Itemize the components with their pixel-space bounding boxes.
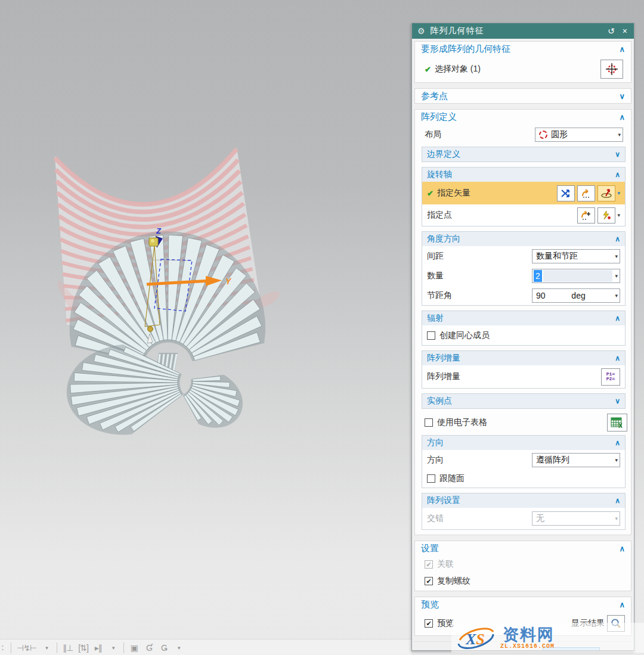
chevron-up-icon[interactable]: ∧ bbox=[615, 170, 620, 179]
layout-dropdown[interactable]: 圆形 ▾ bbox=[535, 128, 623, 142]
subsection-header-orientation[interactable]: 方向 ∧ bbox=[422, 436, 625, 450]
select-object-label: 选择对象 (1) bbox=[435, 64, 481, 74]
orientation-dropdown[interactable]: 遵循阵列 ▾ bbox=[532, 453, 620, 467]
chevron-up-icon[interactable]: ∧ bbox=[619, 113, 625, 122]
dropdown-caret-icon[interactable]: ▾ bbox=[612, 273, 618, 279]
section-title: 设置 bbox=[421, 543, 439, 554]
measure-caret-icon[interactable]: ▾ bbox=[42, 645, 51, 651]
select-object-button[interactable] bbox=[600, 60, 623, 79]
subsection-header-boundary[interactable]: 边界定义 ∨ bbox=[422, 147, 625, 162]
count-row: 数量 2 ▾ bbox=[422, 266, 625, 285]
section-header-pattern-definition[interactable]: 阵列定义 ∧ bbox=[415, 110, 631, 124]
subsection-header-instance-points[interactable]: 实例点 ∨ bbox=[422, 394, 625, 408]
subsection-title: 旋转轴 bbox=[427, 169, 452, 180]
gear-icon: ⚙ bbox=[417, 26, 425, 36]
specify-vector-label: 指定矢量 bbox=[437, 188, 470, 198]
point-dialog-button[interactable] bbox=[577, 207, 595, 223]
copy-threads-row: 复制螺纹 bbox=[415, 572, 631, 591]
group-settings: 设置 ∧ 关联 复制螺纹 bbox=[414, 541, 631, 591]
overflow-partial-icon[interactable]: ∷ bbox=[0, 643, 5, 653]
dropdown-caret-icon[interactable]: ▾ bbox=[612, 293, 618, 299]
select-object-row: ✔ 选择对象 (1) bbox=[415, 56, 631, 82]
vector-dialog-button[interactable] bbox=[557, 185, 575, 201]
specify-point-row[interactable]: 指定点 ▾ bbox=[422, 204, 625, 226]
use-spreadsheet-checkbox[interactable] bbox=[425, 418, 433, 427]
trim-caret-icon[interactable]: ▾ bbox=[109, 645, 118, 651]
quick-trim-icon[interactable]: ▸∥ bbox=[94, 643, 103, 653]
vector-method-button[interactable] bbox=[597, 185, 615, 201]
vector-constructor-button[interactable] bbox=[577, 185, 595, 201]
associative-label: 关联 bbox=[437, 559, 454, 570]
chevron-up-icon[interactable]: ∧ bbox=[619, 600, 625, 609]
pattern-increment-row: 阵列增量 P1= P2= bbox=[422, 365, 625, 388]
bent-arrow-icon bbox=[581, 188, 592, 198]
follow-face-checkbox[interactable] bbox=[427, 474, 435, 483]
subsection-title: 阵列设置 bbox=[427, 495, 460, 506]
chevron-up-icon[interactable]: ∧ bbox=[615, 496, 620, 505]
pattern-increment-label: 阵列增量 bbox=[427, 371, 460, 382]
section-header-reference-point[interactable]: 参考点 ∨ bbox=[415, 89, 631, 103]
spreadsheet-button[interactable]: X bbox=[607, 414, 627, 432]
bent-arrow-plus-icon bbox=[581, 210, 592, 220]
chevron-down-icon[interactable]: ∨ bbox=[619, 92, 625, 101]
associative-checkbox bbox=[425, 560, 433, 569]
chevron-up-icon[interactable]: ∧ bbox=[615, 314, 620, 322]
chevron-up-icon[interactable]: ∧ bbox=[615, 439, 620, 447]
subsection-header-pattern-settings[interactable]: 阵列设置 ∧ bbox=[422, 493, 625, 508]
count-value-selected: 2 bbox=[534, 270, 542, 282]
toolbar-separator bbox=[123, 642, 124, 653]
pattern-geometry-feature-dialog: ⚙ 阵列几何特征 ↺ × 要形成阵列的几何特征 ∧ ✔ 选择对象 (1) bbox=[411, 23, 634, 651]
constraint-parallel-perpendicular-icon[interactable]: ∥⊥ bbox=[63, 643, 73, 653]
pitch-angle-value: 90 bbox=[536, 291, 546, 300]
specify-vector-row[interactable]: ✔ 指定矢量 bbox=[422, 182, 625, 204]
pitch-angle-unit: deg bbox=[571, 291, 586, 300]
close-button[interactable]: × bbox=[621, 26, 628, 36]
chevron-down-icon[interactable]: ∨ bbox=[615, 150, 620, 159]
svg-text:Z: Z bbox=[156, 226, 162, 235]
dialog-title: 阵列几何特征 bbox=[431, 26, 484, 36]
spacing-dropdown[interactable]: 数量和节距 ▾ bbox=[532, 249, 620, 263]
point-method-caret-icon[interactable]: ▾ bbox=[617, 212, 620, 218]
orientation-value: 遵循阵列 bbox=[536, 455, 569, 465]
count-input[interactable]: 2 ▾ bbox=[532, 269, 620, 283]
dialog-body: 要形成阵列的几何特征 ∧ ✔ 选择对象 (1) 参考点 ∨ bbox=[412, 39, 634, 650]
preview-checkbox[interactable] bbox=[425, 619, 433, 628]
gc-constraint-icon[interactable]: Ɠ bbox=[144, 643, 154, 653]
lightning-point-icon bbox=[601, 210, 612, 220]
chevron-up-icon[interactable]: ∧ bbox=[615, 235, 620, 243]
subsection-header-rotation-axis[interactable]: 旋转轴 ∧ bbox=[422, 167, 625, 182]
chevron-down-icon[interactable]: ∨ bbox=[615, 397, 620, 405]
xs-logo-icon: XS bbox=[453, 623, 499, 652]
dialog-titlebar[interactable]: ⚙ 阵列几何特征 ↺ × bbox=[412, 23, 634, 39]
copy-threads-checkbox[interactable] bbox=[425, 577, 433, 585]
sketch-section-icon[interactable]: [⇅] bbox=[78, 643, 88, 653]
pattern-increment-button[interactable]: P1= P2= bbox=[601, 368, 620, 386]
section-title: 预览 bbox=[421, 599, 439, 610]
subsection-header-pattern-increment[interactable]: 阵列增量 ∧ bbox=[422, 351, 625, 365]
measure-icon[interactable]: ⊣↯⊢ bbox=[17, 643, 36, 653]
subsection-title: 实例点 bbox=[427, 396, 452, 406]
subsection-title: 角度方向 bbox=[427, 234, 460, 244]
use-spreadsheet-label: 使用电子表格 bbox=[437, 417, 487, 428]
pitch-angle-input[interactable]: 90 deg ▾ bbox=[532, 288, 620, 303]
chevron-up-icon[interactable]: ∧ bbox=[619, 544, 625, 553]
vector-method-caret-icon[interactable]: ▾ bbox=[617, 190, 620, 196]
make-coplanar-icon[interactable]: ▣ bbox=[129, 643, 139, 653]
section-header-geometry[interactable]: 要形成阵列的几何特征 ∧ bbox=[415, 42, 631, 56]
inferred-point-button[interactable] bbox=[597, 207, 615, 223]
reset-button[interactable]: ↺ bbox=[606, 26, 616, 36]
crosshair-point-icon bbox=[605, 63, 618, 76]
subsection-header-angular-direction[interactable]: 角度方向 ∧ bbox=[422, 232, 625, 246]
subsection-header-radiate[interactable]: 辐射 ∧ bbox=[422, 311, 625, 325]
chevron-up-icon[interactable]: ∧ bbox=[615, 354, 620, 362]
gc-move-icon[interactable]: Ǥ bbox=[159, 643, 169, 653]
section-header-settings[interactable]: 设置 ∧ bbox=[415, 541, 631, 555]
concentric-members-label: 创建同心成员 bbox=[439, 330, 490, 341]
3d-viewport[interactable]: YZ bbox=[0, 0, 411, 639]
dropdown-caret-icon: ▾ bbox=[615, 132, 621, 138]
concentric-members-checkbox[interactable] bbox=[427, 331, 435, 340]
chevron-up-icon[interactable]: ∧ bbox=[619, 45, 625, 54]
layout-row: 布局 圆形 ▾ bbox=[415, 124, 631, 145]
toolbar-caret-icon[interactable]: ▾ bbox=[174, 645, 184, 651]
section-header-preview[interactable]: 预览 ∧ bbox=[415, 597, 631, 611]
